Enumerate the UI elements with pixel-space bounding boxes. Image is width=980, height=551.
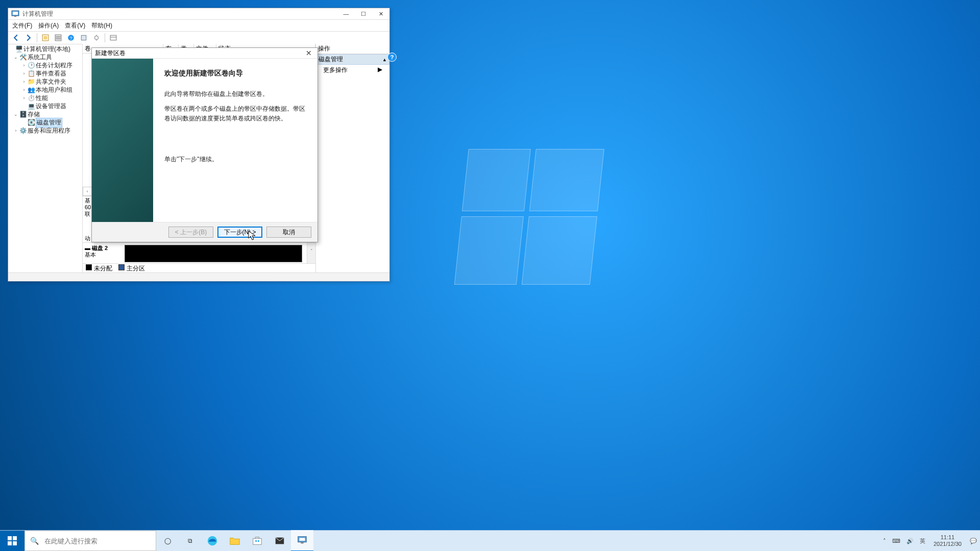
tree-device-manager[interactable]: 设备管理器 bbox=[36, 102, 66, 111]
mail-button[interactable] bbox=[268, 531, 291, 551]
disk2-unallocated-block[interactable] bbox=[125, 245, 302, 262]
tree-local-users[interactable]: 本地用户和组 bbox=[36, 86, 72, 94]
mail-icon bbox=[274, 535, 285, 546]
windows-logo bbox=[454, 149, 603, 284]
svg-rect-16 bbox=[255, 540, 257, 542]
actions-more[interactable]: 更多操作 ▶ bbox=[316, 65, 389, 76]
close-button[interactable]: ✕ bbox=[372, 8, 389, 19]
wrench-icon: 🛠️ bbox=[19, 54, 27, 61]
taskbar: 🔍 ◯ ⧉ ˄ ⌨ 🔊 英 11:11 2021/12/30 💬 bbox=[0, 530, 980, 551]
actions-pane: 操作 磁盘管理 ▲ 更多操作 ▶ bbox=[316, 44, 389, 273]
svg-rect-4 bbox=[44, 36, 47, 40]
edge-button[interactable] bbox=[201, 531, 224, 551]
folder-icon bbox=[229, 535, 240, 546]
tree-systools[interactable]: 系统工具 bbox=[28, 53, 52, 62]
device-icon: 💻 bbox=[28, 103, 35, 110]
minimize-button[interactable]: — bbox=[337, 8, 355, 19]
tray-chevron-icon[interactable]: ˄ bbox=[880, 538, 889, 544]
wizard-text-2: 带区卷在两个或多个磁盘上的带区中存储数据。带区卷访问数据的速度要比简单卷或跨区卷… bbox=[164, 104, 306, 123]
scroll-down-icon[interactable]: ˅ bbox=[308, 249, 314, 253]
user-icon: 👥 bbox=[28, 86, 35, 93]
actions-group-label: 磁盘管理 bbox=[318, 55, 343, 64]
back-button[interactable] bbox=[10, 32, 21, 43]
menu-file[interactable]: 文件(F) bbox=[12, 21, 32, 30]
explorer-button[interactable] bbox=[224, 531, 246, 551]
taskbar-search[interactable]: 🔍 bbox=[24, 531, 156, 551]
mmc-icon bbox=[297, 535, 308, 546]
actions-group-disk-mgmt[interactable]: 磁盘管理 ▲ bbox=[316, 54, 389, 65]
svg-rect-17 bbox=[258, 540, 259, 542]
tree-root[interactable]: 计算机管理(本地) bbox=[23, 45, 70, 54]
toolbar-button-5[interactable] bbox=[108, 32, 119, 43]
clock-icon: 🕑 bbox=[28, 62, 35, 69]
disk-icon: 💽 bbox=[28, 119, 35, 126]
system-tray[interactable]: ˄ ⌨ 🔊 英 11:11 2021/12/30 💬 bbox=[880, 531, 980, 551]
toolbar-button-1[interactable] bbox=[40, 32, 51, 43]
wizard-close-button[interactable]: ✕ bbox=[303, 49, 314, 57]
edge-icon bbox=[207, 535, 218, 546]
tree-task-scheduler[interactable]: 任务计划程序 bbox=[36, 61, 72, 70]
wizard-cancel-button[interactable]: 取消 bbox=[266, 227, 311, 238]
collapse-up-icon[interactable]: ▲ bbox=[382, 57, 387, 62]
navigation-tree[interactable]: 🖥️计算机管理(本地) ⌄🛠️系统工具 ›🕑任务计划程序 ›📋事件查看器 ›📁共… bbox=[8, 44, 83, 273]
menu-view[interactable]: 查看(V) bbox=[65, 21, 85, 30]
toolbar: ? bbox=[8, 32, 389, 44]
store-icon bbox=[252, 535, 263, 546]
wizard-button-row: < 上一步(B) 下一步(N) > 取消 bbox=[92, 222, 317, 242]
tree-event-viewer[interactable]: 事件查看器 bbox=[36, 69, 66, 78]
disk-bar-icon: ▬ bbox=[85, 245, 90, 252]
tree-performance[interactable]: 性能 bbox=[36, 94, 48, 103]
tray-notifications-icon[interactable]: 💬 bbox=[967, 538, 980, 544]
app-icon bbox=[11, 10, 19, 18]
menu-action[interactable]: 操作(A) bbox=[38, 21, 59, 30]
tree-shared-folders[interactable]: 共享文件夹 bbox=[36, 78, 66, 86]
tray-ime[interactable]: 英 bbox=[917, 537, 928, 545]
scroll-left-icon[interactable]: ‹ bbox=[83, 187, 92, 196]
wizard-title: 新建带区卷 bbox=[95, 49, 126, 58]
services-icon: ⚙️ bbox=[19, 127, 27, 134]
actions-header: 操作 bbox=[316, 44, 389, 54]
timeline-icon: ⧉ bbox=[188, 537, 192, 544]
cortana-button[interactable]: ⧉ bbox=[179, 531, 201, 551]
chevron-right-icon: ▶ bbox=[378, 66, 382, 74]
windows-icon bbox=[8, 536, 17, 545]
event-icon: 📋 bbox=[28, 70, 35, 77]
tray-clock[interactable]: 11:11 2021/12/30 bbox=[928, 534, 967, 547]
forward-button[interactable] bbox=[23, 32, 34, 43]
svg-rect-1 bbox=[13, 12, 18, 15]
toolbar-button-4[interactable] bbox=[91, 32, 102, 43]
computer-icon: 🖥️ bbox=[15, 45, 22, 53]
toolbar-button-2[interactable] bbox=[53, 32, 64, 43]
menu-help[interactable]: 帮助(H) bbox=[91, 21, 112, 30]
search-input[interactable] bbox=[43, 531, 156, 551]
background-help-icon[interactable]: ? bbox=[387, 53, 397, 62]
legend: 未分配 主分区 bbox=[83, 263, 315, 273]
tree-services-apps[interactable]: 服务和应用程序 bbox=[28, 127, 70, 135]
svg-rect-2 bbox=[14, 16, 16, 17]
scrollbar-lower[interactable]: ˅ bbox=[307, 243, 315, 263]
computer-management-taskbar-button[interactable] bbox=[291, 530, 313, 551]
menu-bar: 文件(F) 操作(A) 查看(V) 帮助(H) bbox=[8, 20, 389, 32]
disk2-kind: 基本 bbox=[85, 252, 96, 258]
tray-keyboard-icon[interactable]: ⌨ bbox=[889, 538, 903, 544]
status-bar bbox=[8, 272, 389, 281]
tray-volume-icon[interactable]: 🔊 bbox=[903, 538, 917, 544]
wizard-text-1: 此向导将帮助你在磁盘上创建带区卷。 bbox=[164, 89, 306, 99]
store-button[interactable] bbox=[246, 531, 268, 551]
wizard-back-button[interactable]: < 上一步(B) bbox=[168, 227, 213, 238]
window-title: 计算机管理 bbox=[22, 10, 337, 18]
maximize-button[interactable]: ☐ bbox=[355, 8, 372, 19]
new-striped-volume-wizard: 新建带区卷 ✕ 欢迎使用新建带区卷向导 此向导将帮助你在磁盘上创建带区卷。 带区… bbox=[91, 47, 318, 242]
svg-rect-12 bbox=[8, 541, 12, 545]
svg-rect-11 bbox=[13, 536, 17, 540]
toolbar-button-3[interactable] bbox=[78, 32, 89, 43]
start-button[interactable] bbox=[0, 531, 24, 551]
titlebar[interactable]: 计算机管理 — ☐ ✕ bbox=[8, 8, 389, 20]
wizard-next-button[interactable]: 下一步(N) > bbox=[217, 227, 262, 238]
wizard-titlebar[interactable]: 新建带区卷 ✕ bbox=[92, 48, 317, 58]
legend-primary: 主分区 bbox=[127, 265, 145, 272]
task-view-button[interactable]: ◯ bbox=[156, 531, 179, 551]
help-icon[interactable]: ? bbox=[65, 32, 77, 43]
disk-layout-lower[interactable]: ▬磁盘 2 基本 ˅ bbox=[83, 242, 315, 263]
svg-rect-21 bbox=[301, 542, 304, 544]
